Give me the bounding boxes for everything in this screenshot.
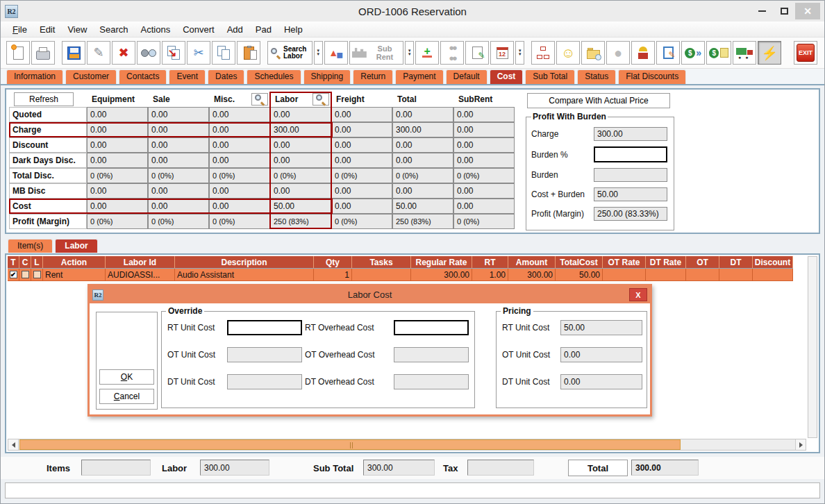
forward-arrows-icon: »: [696, 47, 701, 58]
calendar-button[interactable]: 12: [490, 41, 514, 65]
search-labor-button[interactable]: Search Labor: [267, 41, 312, 65]
menu-item-file[interactable]: File: [6, 23, 33, 36]
menu-item-add[interactable]: Add: [221, 23, 249, 36]
compare-with-actual-price-button[interactable]: Compare With Actual Price: [527, 93, 670, 108]
cost-cell-mb-disc-equipment: 0.00: [87, 183, 148, 199]
delete-button[interactable]: ✖: [112, 41, 135, 65]
minimize-button[interactable]: [751, 3, 773, 19]
truck-button[interactable]: ●●: [733, 41, 756, 65]
menu-item-pad[interactable]: Pad: [249, 23, 278, 36]
paste-button[interactable]: [237, 41, 260, 65]
magnifier-button-misc[interactable]: [251, 93, 268, 106]
labor-col-header-regular-rate[interactable]: Regular Rate: [411, 256, 472, 269]
menu-item-view[interactable]: View: [61, 23, 93, 36]
labor-col-header-qty[interactable]: Qty: [314, 256, 352, 269]
edit-button[interactable]: ✎: [87, 41, 110, 65]
tab-payment[interactable]: Payment: [395, 69, 443, 84]
org-chart-button[interactable]: [531, 41, 555, 65]
refresh-button[interactable]: Refresh: [14, 92, 74, 106]
exit-button[interactable]: EXIT: [794, 41, 817, 65]
smiley-button[interactable]: ☺: [556, 41, 580, 65]
tab-contacts[interactable]: Contacts: [119, 69, 167, 84]
burden-percent-input[interactable]: [594, 146, 667, 162]
crew-button[interactable]: [631, 41, 655, 65]
tab-return[interactable]: Return: [353, 69, 393, 84]
rt-unit-cost-input[interactable]: [227, 320, 302, 335]
labor-col-header-discount[interactable]: Discount: [753, 256, 793, 269]
group-button[interactable]: ●●●●: [440, 41, 464, 65]
tab-schedules[interactable]: Schedules: [247, 69, 301, 84]
labor-col-header-t[interactable]: T: [8, 256, 19, 269]
checkbox[interactable]: [33, 271, 41, 278]
add-remove-button[interactable]: +: [415, 41, 439, 65]
labor-col-header-rt[interactable]: RT: [472, 256, 508, 269]
cut-button[interactable]: ✂: [187, 41, 210, 65]
dialog-close-button[interactable]: X: [629, 288, 647, 301]
copy-to-button[interactable]: ↘: [162, 41, 185, 65]
labor-col-header-dt-rate[interactable]: DT Rate: [646, 256, 686, 269]
find-button[interactable]: [137, 41, 160, 65]
tab-customer[interactable]: Customer: [65, 69, 117, 84]
dollar-forward-button[interactable]: $»: [681, 41, 705, 65]
labor-col-header-ot[interactable]: OT: [686, 256, 719, 269]
search-labor-dropdown[interactable]: ▼▼: [314, 41, 323, 65]
labor-col-header-l[interactable]: L: [31, 256, 43, 269]
maximize-button[interactable]: [773, 3, 795, 19]
shapes-button[interactable]: ▲◼: [324, 41, 348, 65]
labor-col-header-ot-rate[interactable]: OT Rate: [603, 256, 646, 269]
horizontal-scrollbar[interactable]: [8, 439, 806, 451]
labor-col-header-labor-id[interactable]: Labor Id: [106, 256, 175, 269]
labor-col-header-tasks[interactable]: Tasks: [352, 256, 411, 269]
scroll-left-arrow[interactable]: [8, 439, 19, 450]
tab-default[interactable]: Default: [446, 69, 488, 84]
folder-history-button[interactable]: [581, 41, 605, 65]
checkbox-checked[interactable]: ✔: [10, 271, 17, 278]
tab-shipping[interactable]: Shipping: [303, 69, 351, 84]
item-tab-labor[interactable]: Labor: [55, 239, 97, 253]
vertical-scrollbar[interactable]: [808, 256, 817, 438]
checkbox[interactable]: [22, 271, 29, 278]
close-button[interactable]: ✕: [795, 3, 820, 19]
labor-col-header-action[interactable]: Action: [43, 256, 106, 269]
lightning-button[interactable]: ⚡: [758, 41, 781, 65]
worker-icon: [637, 47, 649, 59]
tab-sub-total[interactable]: Sub Total: [525, 69, 575, 84]
calendar-dropdown[interactable]: ▼▼: [515, 41, 524, 65]
copy-button[interactable]: [212, 41, 235, 65]
tab-cost[interactable]: Cost: [490, 69, 524, 84]
menu-item-edit[interactable]: Edit: [33, 23, 61, 36]
notes-button[interactable]: ✎: [465, 41, 489, 65]
package-button[interactable]: ●: [606, 41, 630, 65]
ok-button[interactable]: OK: [99, 369, 154, 385]
rt-overhead-cost-input[interactable]: [394, 320, 469, 335]
print-button[interactable]: [31, 41, 55, 65]
menu-item-help[interactable]: Help: [278, 23, 309, 36]
labor-col-header-description[interactable]: Description: [175, 256, 314, 269]
tab-dates[interactable]: Dates: [208, 69, 244, 84]
dollar-note-button[interactable]: $: [706, 41, 731, 65]
labor-col-header-amount[interactable]: Amount: [508, 256, 556, 269]
menu-item-convert[interactable]: Convert: [176, 23, 221, 36]
cost-col-header-subrent: SubRent: [453, 92, 515, 107]
cost-panel: RefreshEquipmentSaleMisc.LaborFreightTot…: [5, 88, 820, 234]
edit-note-button[interactable]: ✎: [656, 41, 680, 65]
tab-flat-discounts[interactable]: Flat Discounts: [618, 69, 686, 84]
sub-rent-button[interactable]: Sub Rent: [349, 41, 403, 65]
magnifier-button-labor[interactable]: [312, 93, 329, 106]
scrollbar-thumb[interactable]: [19, 439, 681, 450]
tab-information[interactable]: Information: [6, 69, 63, 84]
item-tab-item-s[interactable]: Item(s): [8, 239, 53, 253]
tab-event[interactable]: Event: [169, 69, 206, 84]
tab-status[interactable]: Status: [577, 69, 616, 84]
labor-col-header-totalcost[interactable]: TotalCost: [556, 256, 603, 269]
cancel-button[interactable]: Cancel: [99, 389, 154, 404]
scroll-right-arrow[interactable]: [795, 439, 806, 450]
sub-rent-dropdown[interactable]: ▼▼: [405, 41, 414, 65]
labor-col-header-dt[interactable]: DT: [719, 256, 753, 269]
menu-item-actions[interactable]: Actions: [135, 23, 177, 36]
new-document-button[interactable]: [6, 41, 30, 65]
menu-item-search[interactable]: Search: [93, 23, 134, 36]
labor-col-header-c[interactable]: C: [19, 256, 31, 269]
save-button[interactable]: [62, 41, 85, 65]
cost-cell-cost-total: 50.00: [392, 199, 453, 214]
